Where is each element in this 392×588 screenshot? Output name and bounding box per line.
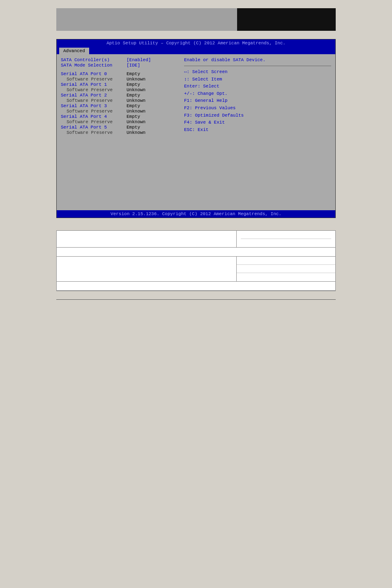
port0-label: Serial ATA Port 0	[61, 71, 127, 76]
bios-footer: Version 2.15.1236. Copyright (C) 2012 Am…	[57, 210, 335, 218]
bios-separator	[184, 66, 331, 66]
bios-row-port4-sw: Software Preserve Unknown	[61, 119, 176, 124]
sata-controllers-label: SATA Controller(s)	[61, 57, 127, 62]
sata-controllers-value: [Enabled]	[127, 57, 151, 62]
bios-row-port5-sw: Software Preserve Unknown	[61, 130, 176, 135]
port4-label: Serial ATA Port 4	[61, 114, 127, 119]
port5-label: Serial ATA Port 5	[61, 125, 127, 130]
port0-value: Empty	[127, 71, 140, 76]
table-row3-right	[237, 257, 335, 281]
port3-sw-label: Software Preserve	[61, 109, 127, 114]
sata-mode-label: SATA Mode Selection	[61, 63, 127, 68]
bios-title: Aptio Setup Utility – Copyright (C) 2012…	[106, 41, 286, 46]
table-row-2	[57, 248, 335, 257]
bios-row-port3-sw: Software Preserve Unknown	[61, 109, 176, 114]
table-row3-right-1	[237, 257, 335, 265]
shortcut-f2: F2: Previous Values	[184, 105, 331, 112]
bios-shortcuts: ↔: Select Screen ↕: Select Item Enter: S…	[184, 69, 331, 133]
shortcut-select-screen: ↔: Select Screen	[184, 69, 331, 76]
port3-sw-value: Unknown	[127, 109, 145, 114]
page: Aptio Setup Utility – Copyright (C) 2012…	[0, 0, 392, 588]
bios-help-panel: Enable or disable SATA Device. ↔: Select…	[180, 54, 335, 210]
port5-sw-label: Software Preserve	[61, 130, 127, 135]
port4-sw-label: Software Preserve	[61, 119, 127, 124]
table-row3-left	[57, 257, 237, 281]
bios-settings-panel: SATA Controller(s) [Enabled] SATA Mode S…	[57, 54, 180, 210]
table-row3-right-2	[237, 265, 335, 273]
bios-row-sata-controllers[interactable]: SATA Controller(s) [Enabled]	[61, 57, 176, 62]
shortcut-esc: ESC: Exit	[184, 126, 331, 134]
bios-row-sata-mode[interactable]: SATA Mode Selection [IDE]	[61, 63, 176, 68]
table-row-1	[57, 231, 335, 248]
tab-advanced[interactable]: Advanced	[59, 48, 89, 54]
port2-label: Serial ATA Port 2	[61, 93, 127, 98]
bios-row-port1-sw: Software Preserve Unknown	[61, 87, 176, 92]
port2-sw-value: Unknown	[127, 98, 145, 103]
bios-row-port2: Serial ATA Port 2 Empty	[61, 93, 176, 98]
bios-row-port4: Serial ATA Port 4 Empty	[61, 114, 176, 119]
port2-sw-label: Software Preserve	[61, 98, 127, 103]
port1-value: Empty	[127, 82, 140, 87]
port1-sw-value: Unknown	[127, 87, 145, 92]
port3-label: Serial ATA Port 3	[61, 103, 127, 108]
table-row-3	[57, 257, 335, 282]
table-row-4	[57, 282, 335, 291]
table-section	[56, 230, 336, 291]
bios-tabs: Advanced	[57, 47, 335, 54]
port5-value: Empty	[127, 125, 140, 130]
bios-row-port1: Serial ATA Port 1 Empty	[61, 82, 176, 87]
port2-value: Empty	[127, 93, 140, 98]
sata-mode-value: [IDE]	[127, 63, 140, 68]
top-header	[56, 8, 336, 31]
table-row1-left	[57, 231, 237, 247]
bios-row-port2-sw: Software Preserve Unknown	[61, 98, 176, 103]
port4-value: Empty	[127, 114, 140, 119]
bios-screen: Aptio Setup Utility – Copyright (C) 2012…	[56, 39, 336, 218]
port0-sw-label: Software Preserve	[61, 77, 127, 82]
port5-sw-value: Unknown	[127, 130, 145, 135]
shortcut-select-item: ↕: Select Item	[184, 76, 331, 83]
port1-sw-label: Software Preserve	[61, 87, 127, 92]
bios-help-description: Enable or disable SATA Device.	[184, 57, 331, 62]
bios-titlebar: Aptio Setup Utility – Copyright (C) 2012…	[57, 39, 335, 47]
table-row1-right	[237, 231, 335, 247]
shortcut-change-opt: +/-: Change Opt.	[184, 90, 331, 98]
bios-row-port0-sw: Software Preserve Unknown	[61, 77, 176, 82]
bios-main-area: SATA Controller(s) [Enabled] SATA Mode S…	[57, 54, 335, 210]
shortcut-f4: F4: Save & Exit	[184, 119, 331, 126]
header-left-bar	[56, 8, 237, 31]
header-right-bar	[237, 8, 336, 31]
port4-sw-value: Unknown	[127, 119, 145, 124]
shortcut-f1: F1: General Help	[184, 97, 331, 105]
bios-row-port3: Serial ATA Port 3 Empty	[61, 103, 176, 108]
table-row3-right-3	[237, 273, 335, 281]
shortcut-f3: F3: Optimized Defaults	[184, 112, 331, 119]
bios-row-port0: Serial ATA Port 0 Empty	[61, 71, 176, 76]
port3-value: Empty	[127, 103, 140, 108]
port1-label: Serial ATA Port 1	[61, 82, 127, 87]
bios-row-port5: Serial ATA Port 5 Empty	[61, 125, 176, 130]
table-row1-right-bottom	[241, 239, 331, 245]
table-row1-right-top	[241, 233, 331, 239]
port0-sw-value: Unknown	[127, 77, 145, 82]
shortcut-enter: Enter: Select	[184, 83, 331, 90]
